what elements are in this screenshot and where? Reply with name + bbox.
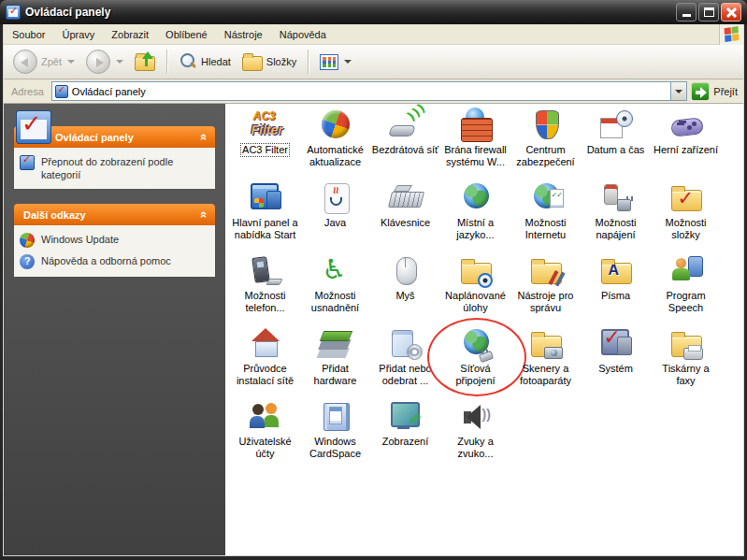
toolbar-separator xyxy=(308,50,309,74)
control-panel-item[interactable]: Program Speech xyxy=(651,251,721,324)
control-panel-item[interactable]: Místní a jazyko... xyxy=(440,179,510,251)
control-panel-item[interactable]: Zobrazení xyxy=(370,397,440,470)
menu-item[interactable]: Zobrazit xyxy=(103,26,157,43)
collapse-chevron-icon[interactable]: « xyxy=(197,134,211,140)
power-options-icon xyxy=(598,181,634,215)
control-panel-item[interactable]: Nástroje pro správu xyxy=(510,251,581,324)
control-panel-item[interactable]: Datum a čas xyxy=(581,106,651,179)
control-panel-item[interactable]: Herní zařízení xyxy=(651,106,721,179)
item-label: Herní zařízení xyxy=(653,144,719,156)
item-label: Místní a jazyko... xyxy=(441,217,510,241)
maximize-button[interactable] xyxy=(698,3,719,22)
ac3-filter-icon xyxy=(248,108,283,142)
control-panel-item[interactable]: Možnosti usnadnění xyxy=(300,251,370,324)
views-button[interactable] xyxy=(316,51,355,73)
taskbar-start-icon xyxy=(248,181,283,215)
control-panel-item[interactable]: Myš xyxy=(370,251,440,324)
control-panel-item[interactable]: Klávesnice xyxy=(370,179,440,251)
control-panel-item[interactable]: Centrum zabezpečení xyxy=(510,106,581,179)
item-label: Program Speech xyxy=(652,290,721,314)
item-label: Bezdrátová síť xyxy=(371,144,439,156)
sidebar-item-label: Přepnout do zobrazení podle kategorií xyxy=(41,155,209,181)
control-panel-item[interactable]: Java xyxy=(300,179,370,251)
control-panel-item[interactable]: Naplánované úlohy xyxy=(440,251,510,324)
menu-item[interactable]: Oblíbené xyxy=(157,26,216,43)
control-panel-item[interactable]: Bezdrátová síť xyxy=(370,106,440,179)
item-label: Hlavní panel a nabídka Start xyxy=(231,217,300,241)
forward-button[interactable] xyxy=(82,47,127,77)
address-bar: Adresa Ovládací panely Přejít xyxy=(4,79,743,104)
control-panel-item[interactable]: Přidat hardware xyxy=(300,324,370,397)
address-combo[interactable]: Ovládací panely xyxy=(51,81,687,101)
control-panel-item[interactable]: Přidat nebo odebrat ... xyxy=(370,324,440,397)
control-panel-item[interactable]: Zvuky a zvuko... xyxy=(440,397,510,470)
control-panel-item[interactable]: Průvodce instalací sítě xyxy=(230,324,300,397)
date-time-icon xyxy=(598,108,634,142)
address-dropdown-button[interactable] xyxy=(670,82,686,100)
forward-arrow-icon xyxy=(86,50,110,74)
item-label: Datum a čas xyxy=(586,144,646,156)
sidebar-item-switch-category-view[interactable]: Přepnout do zobrazení podle kategorií xyxy=(20,155,209,181)
up-button[interactable] xyxy=(131,50,159,74)
menu-item[interactable]: Nástroje xyxy=(216,26,271,43)
security-center-icon xyxy=(528,108,564,142)
forward-history-chevron-icon[interactable] xyxy=(116,60,123,64)
minimize-button[interactable] xyxy=(676,3,697,22)
control-panel-item[interactable]: Automatické aktualizace xyxy=(300,106,370,179)
menu-item[interactable]: Nápověda xyxy=(271,26,335,43)
scanners-cameras-icon xyxy=(528,327,564,361)
control-panel-window: Ovládací panely SouborÚpravyZobrazitOblí… xyxy=(0,0,747,560)
control-panel-item[interactable]: Možnosti složky xyxy=(651,179,721,251)
toolbar: Zpět Hledat Složky xyxy=(4,45,743,79)
views-chevron-icon[interactable] xyxy=(344,60,352,64)
control-panel-item[interactable]: Možnosti Internetu xyxy=(510,179,581,251)
panel-header[interactable]: Další odkazy « xyxy=(14,204,215,225)
toolbar-separator xyxy=(166,50,167,74)
control-panel-item[interactable]: Možnosti telefon... xyxy=(230,251,300,324)
address-value[interactable]: Ovládací panely xyxy=(72,86,670,97)
control-panel-item[interactable]: Možnosti napájení xyxy=(581,179,651,251)
item-label: Skenery a fotoaparáty xyxy=(511,363,581,387)
item-label: Systém xyxy=(597,363,634,375)
control-panel-item[interactable]: Hlavní panel a nabídka Start xyxy=(230,179,300,251)
item-label: Přidat hardware xyxy=(301,363,370,387)
item-label: Písma xyxy=(600,290,631,302)
back-label: Zpět xyxy=(41,56,62,67)
menu-item[interactable]: Úpravy xyxy=(53,26,103,43)
item-label: Průvodce instalací sítě xyxy=(231,363,300,387)
chevron-down-icon xyxy=(675,90,682,93)
back-button[interactable]: Zpět xyxy=(9,47,79,77)
titlebar[interactable]: Ovládací panely xyxy=(0,0,747,24)
folders-button[interactable]: Složky xyxy=(238,50,300,74)
control-panel-item[interactable]: Systém xyxy=(581,324,651,397)
back-history-chevron-icon[interactable] xyxy=(67,60,75,64)
control-panel-item[interactable]: Písma xyxy=(581,251,651,324)
control-panel-item[interactable]: Skenery a fotoaparáty xyxy=(510,324,581,397)
user-accounts-icon xyxy=(248,400,283,434)
automatic-updates-icon xyxy=(318,108,353,142)
minimize-icon xyxy=(682,14,691,17)
switch-view-icon xyxy=(20,155,35,170)
sidebar-link[interactable]: Nápověda a odborná pomoc xyxy=(20,254,209,269)
go-button[interactable] xyxy=(691,82,710,101)
control-panel-item[interactable]: AC3 Filter xyxy=(230,106,300,179)
collapse-chevron-icon[interactable]: « xyxy=(197,211,211,218)
control-panel-item[interactable]: Tiskárny a faxy xyxy=(651,324,721,397)
help-icon xyxy=(20,254,35,269)
menu-item[interactable]: Soubor xyxy=(4,26,53,43)
control-panel-item[interactable]: Síťová připojení xyxy=(440,324,510,397)
control-panel-item[interactable]: Uživatelské účty xyxy=(230,397,300,470)
network-setup-wizard-icon xyxy=(248,327,283,361)
window-title: Ovládací panely xyxy=(25,6,676,19)
control-panel-item[interactable]: Windows CardSpace xyxy=(300,397,370,470)
item-label: Možnosti Internetu xyxy=(511,217,581,241)
item-label: Naplánované úlohy xyxy=(441,290,510,314)
search-button[interactable]: Hledat xyxy=(175,50,235,74)
item-label: Možnosti usnadnění xyxy=(301,290,370,314)
sounds-audio-icon xyxy=(458,400,494,434)
control-panel-item[interactable]: Brána firewall systému W... xyxy=(440,106,510,179)
task-pane: Ovládací panely « Přepnout do zobrazení … xyxy=(4,104,225,555)
close-button[interactable] xyxy=(721,3,741,22)
sidebar-link[interactable]: Windows Update xyxy=(20,233,209,248)
item-label: Klávesnice xyxy=(380,217,431,229)
